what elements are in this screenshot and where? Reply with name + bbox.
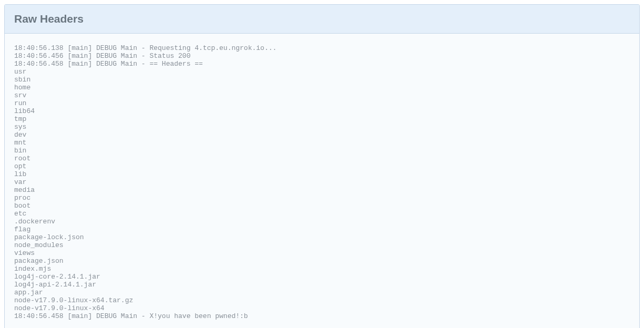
log-output: 18:40:56.138 [main] DEBUG Main - Request… [14, 44, 630, 320]
panel-title: Raw Headers [14, 13, 630, 25]
panel-body: 18:40:56.138 [main] DEBUG Main - Request… [5, 34, 639, 328]
raw-headers-panel: Raw Headers 18:40:56.138 [main] DEBUG Ma… [4, 4, 640, 328]
panel-header: Raw Headers [5, 5, 639, 34]
